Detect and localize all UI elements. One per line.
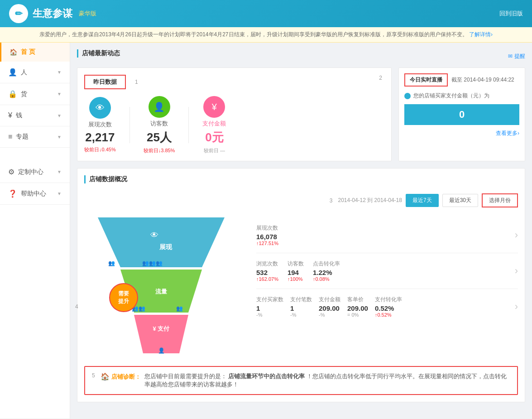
- sidebar-label-goods: 货: [21, 90, 27, 98]
- metric-impressions: 👁 展现次数 2,217 较前日↓0.45%: [84, 97, 116, 153]
- app-title: 生意参谋: [33, 7, 72, 20]
- svg-text:¥ 支付: ¥ 支付: [153, 325, 170, 332]
- realtime-more[interactable]: 查看更多›: [404, 130, 519, 137]
- shop-overview-section: 店铺数据概况 3 2014-04-12 到 2014-04-18 最近7天 最近…: [77, 168, 525, 402]
- stat-buyers: 支付买家数 1 -%: [256, 296, 283, 318]
- gear-icon: ⚙: [8, 168, 14, 176]
- sidebar-item-people[interactable]: 👤 人 ▼: [0, 62, 70, 83]
- stat-orders: 支付笔数 1 -%: [290, 296, 312, 318]
- metric-payment: ¥ 支付金额 0元 较前日 —: [202, 96, 226, 154]
- chevron-down-icon6: ▼: [57, 191, 62, 196]
- svg-text:👥👥👥: 👥👥👥: [142, 260, 163, 266]
- payment-value: 0元: [205, 130, 223, 145]
- notice-bar: 亲爱的用户，生意参谋自2013年4月26日起升级一年的计划即将于2014年4月2…: [0, 27, 532, 43]
- realtime-desc: 您的店铺买家支付金额（元）为: [404, 92, 519, 100]
- label-3: 3: [330, 197, 333, 204]
- label-1: 1: [135, 79, 138, 85]
- badge-line2: 提升: [118, 298, 129, 305]
- realtime-panel: 今日实时直播 截至 2014-04-19 09:44:22 您的店铺买家支付金额…: [398, 67, 525, 161]
- back-button[interactable]: 回到旧版: [499, 10, 523, 18]
- filter-30days[interactable]: 最近30天: [442, 194, 478, 207]
- payment-icon: ¥: [203, 96, 225, 118]
- svg-text:展现: 展现: [159, 243, 173, 250]
- sidebar-item-goods[interactable]: 🔒 货 ▼: [0, 83, 70, 105]
- sidebar-section-help: ❓ 帮助中心 ▼: [0, 183, 70, 205]
- sidebar-section-topic: ≡ 专题 ▼: [0, 126, 70, 148]
- logo-area: ✏ 生意参谋 豪华版: [9, 4, 96, 23]
- impressions-value: 2,217: [85, 130, 115, 144]
- yesterday-data-panel: 昨日数据 1 2 👁 展现次数 2,217 较前日↓0.45%: [77, 67, 392, 161]
- visitors-icon: 👤: [149, 96, 170, 118]
- shop-overview-title: 店铺数据概况: [84, 175, 127, 183]
- stat-visitors: 访客数 194 ↑100%: [288, 260, 304, 282]
- sidebar-home[interactable]: 🏠 首 页: [0, 43, 70, 62]
- app-subtitle: 豪华版: [79, 10, 96, 18]
- help-icon: ❓: [8, 189, 17, 198]
- diagnosis-label: 🏠 店铺诊断：: [101, 372, 141, 381]
- stats-row-impressions: 展现次数 16,078 ↑127.51% ›: [256, 217, 518, 253]
- chevron-down-icon: ▼: [57, 70, 62, 75]
- payment-change: 较前日 —: [204, 147, 225, 154]
- chevron-right-2[interactable]: ›: [515, 265, 518, 277]
- svg-text:👥: 👥: [108, 260, 115, 266]
- funnel-container: 4 👁 展现 流量 ¥ 支付: [84, 213, 247, 359]
- stats-row-traffic: 浏览次数 532 ↑162.07% 访客数 194 ↑100%: [256, 253, 518, 289]
- stat-avg-price: 客单价 209.00 = 0%: [347, 296, 368, 318]
- realtime-badge: 今日实时直播: [404, 73, 448, 87]
- impressions-change: 较前日↓0.45%: [84, 146, 116, 153]
- stat-amount: 支付金额 209.00 -%: [319, 296, 340, 318]
- badge-line1: 需要: [118, 290, 129, 298]
- divider-1: [129, 107, 130, 143]
- metrics-row: 👁 展现次数 2,217 较前日↓0.45% 👤 访客数 25人 较前日↓3.8…: [84, 96, 384, 154]
- funnel-stats-row: 4 👁 展现 流量 ¥ 支付: [84, 213, 518, 359]
- topic-icon: ≡: [8, 133, 12, 141]
- sidebar: 🏠 首 页 👤 人 ▼ 🔒 货 ▼ ¥ 钱 ▼: [0, 43, 70, 419]
- shop-latest-title: 店铺最新动态: [77, 49, 120, 58]
- stat-click-rate: 点击转化率 1.22% ↑0.08%: [313, 260, 340, 282]
- logo-icon: ✏: [9, 4, 28, 23]
- sidebar-section-people: 👤 人 ▼: [0, 62, 70, 83]
- stats-row-payment: 支付买家数 1 -% 支付笔数 1 -% 支付金: [256, 289, 518, 324]
- alert-button[interactable]: ✉ 提醒: [508, 53, 525, 60]
- divider-2: [188, 107, 189, 143]
- realtime-time: 截至 2014-04-19 09:44:22: [451, 76, 514, 84]
- sidebar-item-money[interactable]: ¥ 钱 ▼: [0, 105, 70, 126]
- notice-link[interactable]: 了解详情›: [469, 31, 493, 38]
- mail-icon: ✉: [508, 53, 513, 59]
- money-icon: ¥: [8, 111, 12, 120]
- svg-text:👥: 👥: [176, 305, 183, 312]
- visitors-label: 访客数: [150, 120, 168, 128]
- chevron-right-3[interactable]: ›: [515, 301, 518, 313]
- sidebar-section-customize: ⚙ 定制中心 ▼: [0, 161, 70, 183]
- month-select[interactable]: 选择月份: [482, 193, 518, 207]
- payment-label: 支付金额: [202, 120, 226, 128]
- label-4: 4: [75, 303, 78, 310]
- svg-text:流量: 流量: [155, 288, 168, 295]
- svg-text:👤: 👤: [158, 347, 165, 354]
- sidebar-item-topic[interactable]: ≡ 专题 ▼: [0, 126, 70, 147]
- stat-impressions: 展现次数 16,078 ↑127.51%: [256, 224, 278, 246]
- sidebar-label-topic: 专题: [16, 133, 29, 141]
- filter-7days[interactable]: 最近7天: [406, 194, 439, 207]
- yesterday-button[interactable]: 昨日数据: [84, 75, 126, 89]
- diagnosis-text: 您店铺中目前最需要提升的是： 店铺流量环节中的点击转化率 ！您店铺的点击转化率低…: [144, 372, 510, 389]
- chevron-down-icon5: ▼: [57, 169, 62, 174]
- realtime-value: 0: [404, 104, 519, 125]
- sidebar-item-help[interactable]: ❓ 帮助中心 ▼: [0, 183, 70, 204]
- chevron-right-1[interactable]: ›: [515, 229, 518, 241]
- funnel-svg: 4 👁 展现 流量 ¥ 支付: [84, 213, 238, 359]
- sidebar-label-help: 帮助中心: [21, 190, 46, 198]
- chevron-down-icon2: ▼: [57, 92, 62, 96]
- label-2: 2: [379, 75, 382, 81]
- sidebar-home-label: 首 页: [21, 48, 35, 56]
- people-icon: 👤: [8, 68, 17, 77]
- stat-pay-rate: 支付转化率 0.52% ↑0.52%: [375, 296, 402, 318]
- sidebar-label-customize: 定制中心: [18, 168, 43, 176]
- stats-panel: 展现次数 16,078 ↑127.51% ›: [256, 213, 518, 329]
- visitors-change: 较前日↓3.85%: [144, 147, 175, 154]
- diagnosis-bar: 5 🏠 店铺诊断： 您店铺中目前最需要提升的是： 店铺流量环节中的点击转化率 ！…: [84, 366, 518, 395]
- content-area: 店铺最新动态 ✉ 提醒 昨日数据 1 2: [70, 43, 532, 419]
- sidebar-label-money: 钱: [16, 111, 22, 120]
- sidebar-item-customize[interactable]: ⚙ 定制中心 ▼: [0, 161, 70, 183]
- filter-row: 3 2014-04-12 到 2014-04-18 最近7天 最近30天 选择月…: [84, 193, 518, 207]
